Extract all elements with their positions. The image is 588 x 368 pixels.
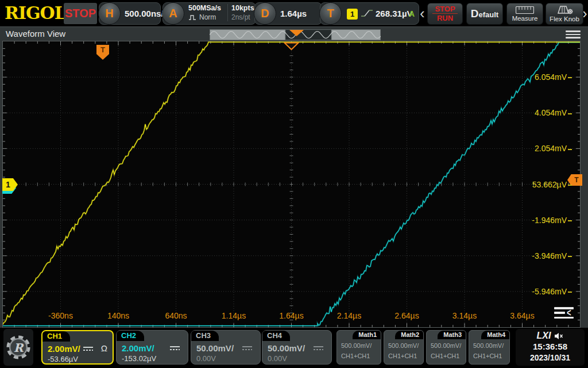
x-axis-label: -360ns <box>48 311 73 320</box>
channel-box-ch2[interactable]: CH2 2.00mV/ -153.02µV <box>116 330 188 365</box>
channel-box-ch3[interactable]: CH3 50.00mV/ 0.00V <box>191 330 261 365</box>
ch2-tab[interactable]: CH2 <box>117 331 144 341</box>
ch3-offset: 0.00V <box>196 354 216 363</box>
acquisition-mode: Norm <box>199 13 216 21</box>
ch4-scale: 50.00mV/ <box>268 343 305 353</box>
x-axis-label: 2.14µs <box>337 311 361 320</box>
delay-position-icon[interactable] <box>284 42 299 51</box>
math-box-math3[interactable]: Math3 500.00mV/ CH1+CH1 <box>426 330 466 365</box>
math-box-math2[interactable]: Math2 500.00mV/ CH1+CH1 <box>384 330 424 365</box>
math4-tab[interactable]: Math4 <box>481 331 509 339</box>
x-axis-label: 640ns <box>165 311 187 320</box>
stop-run-button[interactable]: STOP RUN <box>427 3 463 25</box>
math2-scale: 500.00mV/ <box>388 342 419 349</box>
delay-value: 1.64µs <box>280 3 307 24</box>
math1-expression: CH1+CH1 <box>341 352 370 359</box>
channel-box-ch1[interactable]: CH1 2.00mV/ Ω -53.66µV <box>41 330 114 365</box>
math3-tab[interactable]: Math3 <box>438 331 466 339</box>
math1-tab[interactable]: Math1 <box>353 331 381 339</box>
toolbar-prev-icon[interactable]: ‹ <box>420 2 425 24</box>
math3-expression: CH1+CH1 <box>431 352 459 359</box>
dc-coupling-icon <box>314 346 323 351</box>
sample-rate: 500MSa/s <box>188 4 226 12</box>
graticule-plot-area[interactable]: T T 1 < -360ns140ns640ns1.14µs1.64µs2.14… <box>2 41 581 328</box>
oscilloscope-screen: RIGOL STOP H 500.00ns/ A 500MSa/s Norm 1… <box>0 0 588 368</box>
acquisition-group[interactable]: A 500MSa/s Norm 10kpts 2ns/pt <box>163 2 256 25</box>
x-axis-label: 140ns <box>107 311 129 320</box>
trigger-group[interactable]: T 1 268.31µV A <box>320 2 419 25</box>
flex-knob-button[interactable]: Flex Knob <box>546 3 583 25</box>
hamburger-menu-icon[interactable] <box>566 30 581 40</box>
channel-status-bar: R CH1 2.00mV/ Ω -53.66µV CH2 2.00mV/ -15… <box>0 328 588 368</box>
collapse-menu-icon[interactable]: < <box>554 307 574 321</box>
x-axis-label: 3.14µs <box>452 311 477 320</box>
ch2-scale: 2.00mV/ <box>122 343 154 353</box>
ch3-tab[interactable]: CH3 <box>191 331 219 341</box>
time-per-point: 2ns/pt <box>231 13 254 21</box>
ch1-tab[interactable]: CH1 <box>42 331 70 342</box>
acquire-knob[interactable]: A <box>162 2 184 25</box>
default-button[interactable]: Default <box>466 3 503 25</box>
dc-coupling-icon <box>83 347 93 352</box>
x-axis-label: 3.64µs <box>510 311 534 320</box>
waveform-overview-strip[interactable] <box>210 29 381 40</box>
math-box-math1[interactable]: Math1 500.00mV/ CH1+CH1 <box>336 330 381 365</box>
math4-scale: 500.00mV/ <box>473 342 504 349</box>
ch1-scale: 2.00mV/ <box>48 344 80 354</box>
x-axis-label: 2.64µs <box>394 311 419 320</box>
math3-scale: 500.00mV/ <box>431 342 461 349</box>
math-box-math4[interactable]: Math4 500.00mV/ CH1+CH1 <box>469 330 510 365</box>
knob-icon <box>556 5 573 14</box>
y-axis-label: -3.946mV <box>532 251 572 260</box>
speaker-muted-icon <box>554 332 563 340</box>
ruler-icon <box>516 6 534 14</box>
memory-depth-block: 10kpts 2ns/pt <box>227 4 254 21</box>
gear-icon: R <box>5 334 32 361</box>
math2-tab[interactable]: Math2 <box>395 331 423 339</box>
math1-scale: 500.00mV/ <box>341 342 372 349</box>
ch1-offset: -53.66µV <box>48 355 78 363</box>
memory-depth: 10kpts <box>231 4 254 12</box>
measure-label: Measure <box>512 15 538 22</box>
trigger-source-badge: 1 <box>347 9 358 20</box>
horizontal-scale-group[interactable]: H 500.00ns/ <box>99 2 161 25</box>
y-axis-label: 53.662µV <box>532 180 572 189</box>
waveform-view-panel: Waveform View T T 1 < -360ns140ns640ns1.… <box>0 26 588 328</box>
top-bar: RIGOL STOP H 500.00ns/ A 500MSa/s Norm 1… <box>0 0 588 26</box>
rigol-gear-logo[interactable]: R <box>3 329 33 366</box>
x-axis-label: 1.64µs <box>279 311 303 320</box>
waveform-view-title: Waveform View <box>6 29 65 39</box>
stop-run-line1: STOP <box>432 5 457 14</box>
clock-time: 15:36:58 <box>516 341 585 352</box>
measure-button[interactable]: Measure <box>506 3 543 25</box>
delay-group[interactable]: D 1.64µs <box>254 2 322 25</box>
math4-expression: CH1+CH1 <box>473 352 502 359</box>
y-axis-label: -1.946mV <box>532 216 572 225</box>
run-state-indicator[interactable]: STOP <box>64 3 97 24</box>
trigger-status: A <box>409 3 415 24</box>
svg-text:R: R <box>14 341 24 355</box>
waveform-canvas <box>3 41 580 327</box>
trigger-knob[interactable]: T <box>319 2 342 25</box>
ch4-tab[interactable]: CH4 <box>262 331 290 341</box>
ch1-impedance: Ω <box>101 343 107 353</box>
clock-date: 2023/10/31 <box>516 352 585 363</box>
x-axis-label: 1.14µs <box>222 311 246 320</box>
y-axis-label: 6.054mV <box>535 72 572 82</box>
dc-coupling-icon <box>242 346 252 351</box>
system-status-box[interactable]: LXI 15:36:58 2023/10/31 <box>516 329 585 366</box>
default-label: Default <box>471 7 498 20</box>
ch3-scale: 50.00mV/ <box>196 343 234 353</box>
rising-edge-icon <box>361 8 373 18</box>
pulse-icon <box>188 14 197 20</box>
channel-box-ch4[interactable]: CH4 50.00mV/ 0.00V <box>262 330 332 365</box>
y-axis-label: 4.054mV <box>535 108 572 117</box>
ch2-offset: -153.02µV <box>122 354 156 363</box>
ch4-offset: 0.00V <box>268 354 287 363</box>
stop-run-line2: RUN <box>437 14 453 23</box>
trigger-level-value: 268.31µV <box>376 3 413 24</box>
horizontal-scale-value: 500.00ns/ <box>125 3 164 24</box>
math2-expression: CH1+CH1 <box>388 352 417 359</box>
delay-knob[interactable]: D <box>254 2 276 25</box>
horizontal-knob[interactable]: H <box>98 2 121 25</box>
